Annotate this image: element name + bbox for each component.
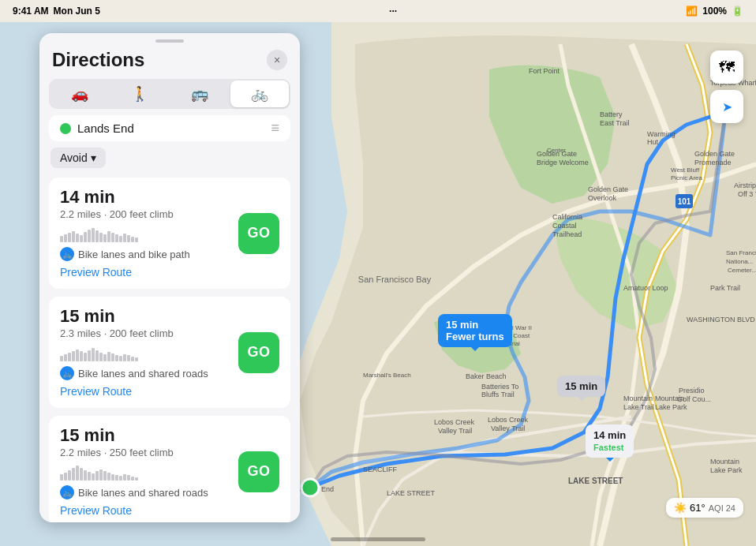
svg-text:California: California <box>552 213 582 221</box>
route-card-1[interactable]: 14 min 2.2 miles · 200 feet climb 🚲 Bike… <box>49 178 290 289</box>
svg-text:Lobos Creek: Lobos Creek <box>488 416 529 424</box>
avoid-button[interactable]: Avoid ▾ <box>51 148 106 168</box>
svg-text:SEACLIFF: SEACLIFF <box>363 466 398 473</box>
route-2-go-button[interactable]: GO <box>238 332 279 373</box>
svg-text:Golf Cou...: Golf Cou... <box>677 395 711 403</box>
transport-tabs: 🚗 🚶 🚌 🚲 <box>49 79 290 109</box>
route-1-time: 14 min <box>60 187 115 207</box>
weather-badge: ☀️ 61° AQI 24 <box>666 498 743 518</box>
location-button[interactable]: ➤ <box>710 90 743 123</box>
wifi-icon: 📶 <box>686 6 698 17</box>
status-bar: 9:41 AM Mon Jun 5 ··· 📶 100% 🔋 <box>0 0 756 22</box>
svg-text:Airstrip Cut-: Airstrip Cut- <box>734 181 756 189</box>
svg-text:World War II: World War II <box>497 324 532 331</box>
origin-handle: ≡ <box>271 120 279 136</box>
svg-text:WASHINGTON BLVD: WASHINGTON BLVD <box>687 316 755 323</box>
origin-dot <box>60 123 71 134</box>
route-3-preview[interactable]: Preview Route <box>60 504 132 517</box>
svg-text:West Coast: West Coast <box>497 332 530 339</box>
svg-text:101: 101 <box>678 197 691 206</box>
avoid-chevron-icon: ▾ <box>91 151 96 164</box>
svg-text:Lake Trail: Lake Trail <box>623 403 654 411</box>
panel-header: Directions × <box>39 43 300 76</box>
svg-text:Bridge Welcome: Bridge Welcome <box>537 159 589 166</box>
svg-text:Hut: Hut <box>647 138 659 146</box>
route-2-type: Bike lanes and shared roads <box>78 368 208 380</box>
walk-icon: 🚶 <box>131 85 148 103</box>
route-2-preview[interactable]: Preview Route <box>60 385 132 398</box>
battery-icon: 🔋 <box>732 6 743 17</box>
tab-bike[interactable]: 🚲 <box>230 80 289 107</box>
status-right: 📶 100% 🔋 <box>686 6 743 17</box>
tab-transit[interactable]: 🚌 <box>170 80 229 107</box>
origin-label: Lands End <box>77 122 264 135</box>
svg-text:Center: Center <box>547 147 566 154</box>
panel-title: Directions <box>52 49 144 71</box>
route-1-preview[interactable]: Preview Route <box>60 266 132 279</box>
status-dots: ··· <box>389 6 397 17</box>
route-2-time: 15 min <box>60 306 115 326</box>
directions-panel: Directions × 🚗 🚶 🚌 🚲 Lands End ≡ Avoid ▾ <box>39 33 300 522</box>
svg-text:LAKE STREET: LAKE STREET <box>568 477 623 485</box>
battery-text: 100% <box>702 6 727 17</box>
route-1-bike-icon: 🚲 <box>60 247 74 261</box>
svg-text:Amatuor Loop: Amatuor Loop <box>623 284 668 292</box>
svg-text:Trailhead: Trailhead <box>552 230 582 238</box>
route-1-go-button[interactable]: GO <box>238 213 279 254</box>
svg-text:Baker Beach: Baker Beach <box>466 372 507 380</box>
svg-text:Picnic Area: Picnic Area <box>671 174 703 181</box>
tab-drive[interactable]: 🚗 <box>51 80 109 107</box>
svg-point-54 <box>301 479 319 496</box>
route-3-type: Bike lanes and shared roads <box>78 487 208 499</box>
svg-text:LAKE STREET: LAKE STREET <box>387 489 436 497</box>
svg-text:Valley Trail: Valley Trail <box>491 424 525 432</box>
close-button[interactable]: × <box>267 50 287 70</box>
route-3-go-button[interactable]: GO <box>238 451 279 492</box>
svg-text:Fort Point: Fort Point <box>529 67 560 75</box>
svg-text:Batteries To: Batteries To <box>481 383 518 391</box>
svg-text:San Francisco: San Francisco <box>726 249 756 256</box>
svg-text:Warming: Warming <box>647 130 676 138</box>
map-controls: 🗺 ➤ <box>710 50 743 123</box>
svg-text:Nationa...: Nationa... <box>726 258 753 265</box>
svg-text:Off 3 Trail: Off 3 Trail <box>738 190 756 198</box>
weather-temp: 61° <box>690 502 705 514</box>
svg-text:Lake Park: Lake Park <box>655 403 687 411</box>
layers-icon: 🗺 <box>719 58 735 77</box>
route-card-3[interactable]: 15 min 2.2 miles · 250 feet climb 🚲 Bike… <box>49 416 290 522</box>
svg-text:Promenade: Promenade <box>694 159 732 166</box>
svg-text:Lake Park: Lake Park <box>710 466 743 474</box>
status-left: 9:41 AM Mon Jun 5 <box>13 6 100 17</box>
svg-text:Golden Gate: Golden Gate <box>694 150 735 158</box>
svg-text:Overlook: Overlook <box>588 194 617 202</box>
bike-icon: 🚲 <box>251 85 268 103</box>
origin-row: Lands End ≡ <box>49 115 290 141</box>
weather-aqi: AQI 24 <box>709 503 735 513</box>
layers-button[interactable]: 🗺 <box>710 50 743 84</box>
route-card-2[interactable]: 15 min 2.3 miles · 200 feet climb 🚲 Bike… <box>49 297 290 408</box>
svg-text:East Trail: East Trail <box>600 119 630 127</box>
route-3-time: 15 min <box>60 425 115 445</box>
svg-text:Golden Gate: Golden Gate <box>588 185 628 193</box>
weather-icon: ☀️ <box>674 502 687 514</box>
svg-text:Valley Trail: Valley Trail <box>438 427 472 435</box>
avoid-label: Avoid <box>60 151 88 164</box>
svg-text:Mountain: Mountain <box>710 458 739 466</box>
svg-text:Coastal: Coastal <box>552 222 577 230</box>
drive-icon: 🚗 <box>71 85 88 103</box>
transit-icon: 🚌 <box>191 85 208 103</box>
routes-container: 14 min 2.2 miles · 200 feet climb 🚲 Bike… <box>39 174 300 522</box>
svg-text:Cemeter...: Cemeter... <box>728 267 756 274</box>
svg-text:Park Trail: Park Trail <box>710 284 740 292</box>
svg-text:Marshall's Beach: Marshall's Beach <box>363 372 411 379</box>
tab-walk[interactable]: 🚶 <box>110 80 169 107</box>
location-icon: ➤ <box>722 99 732 114</box>
svg-text:Presidio: Presidio <box>679 387 705 395</box>
svg-text:West Bluff: West Bluff <box>671 166 700 174</box>
route-1-type: Bike lanes and bike path <box>78 249 190 260</box>
status-time: 9:41 AM <box>13 6 49 17</box>
svg-text:Lobos Creek: Lobos Creek <box>434 418 475 426</box>
avoid-row: Avoid ▾ <box>39 148 300 174</box>
svg-text:Battery: Battery <box>600 110 623 118</box>
route-3-bike-icon: 🚲 <box>60 485 74 499</box>
